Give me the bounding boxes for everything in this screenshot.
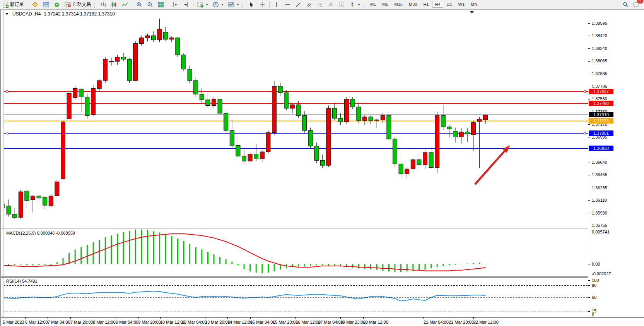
candlestick: [109, 61, 113, 62]
macd-histogram-bar: [183, 241, 184, 264]
channel-icon: E: [306, 2, 312, 8]
zoom-out-button[interactable]: [145, 0, 155, 9]
candlestick: [145, 36, 150, 38]
text-label-button[interactable]: T: [337, 0, 347, 9]
time-axis-label: 16 Mar 12:00: [296, 320, 321, 324]
macd-histogram-bar: [437, 264, 438, 267]
line-chart-button[interactable]: [120, 0, 130, 9]
crosshair-button[interactable]: [257, 0, 267, 9]
timeframe-button-m30[interactable]: M30: [406, 1, 420, 8]
timeframe-button-w1[interactable]: W1: [456, 1, 468, 8]
candlestick: [435, 115, 439, 167]
macd-histogram-bar: [141, 230, 142, 264]
timeframe-button-h4[interactable]: H4: [432, 1, 443, 8]
timeframe-button-m15[interactable]: M15: [392, 1, 405, 8]
price-axis-label: 1.36110: [592, 198, 607, 202]
svg-text:F: F: [321, 5, 323, 8]
crosshair-icon: [259, 2, 265, 8]
notifications-button[interactable]: 1: [631, 0, 641, 9]
candlestick: [194, 81, 198, 94]
bar-chart-button[interactable]: [98, 0, 108, 9]
candlestick: [405, 169, 409, 174]
search-button[interactable]: [620, 0, 630, 9]
candlestick: [345, 99, 349, 122]
navigator-button[interactable]: [52, 0, 62, 9]
svg-text:E: E: [310, 5, 311, 8]
rsi-axis-tick: [588, 297, 590, 298]
timeframe-button-d1[interactable]: D1: [444, 1, 455, 8]
vertical-line-button[interactable]: [272, 0, 282, 9]
auto-trading-button[interactable]: 自动交易: [63, 0, 93, 9]
macd-histogram-bar: [322, 264, 323, 265]
macd-histogram-bar: [364, 264, 366, 269]
candlestick: [248, 154, 252, 161]
price-axis[interactable]: 1.385951.384201.382401.380651.378851.377…: [588, 10, 644, 317]
price-axis-tick: [588, 213, 590, 213]
price-axis-tick: [588, 87, 590, 87]
line-handle[interactable]: [6, 91, 8, 93]
toolbar-grip: [364, 2, 366, 8]
trendline-icon: [295, 2, 301, 8]
auto-scroll-button[interactable]: [181, 0, 191, 9]
candlestick-chart-button[interactable]: [109, 0, 119, 9]
templates-button[interactable]: [226, 0, 241, 9]
periods-button[interactable]: [211, 0, 225, 9]
panel-separator[interactable]: [1, 228, 644, 229]
trend-arrow-head[interactable]: [502, 145, 510, 153]
candlestick: [1, 204, 5, 208]
time-axis-tick: [273, 317, 273, 319]
chart-symbol-period: USDCAD-,H4: [12, 11, 41, 17]
panel-separator[interactable]: [1, 276, 644, 278]
cursor-button[interactable]: [246, 0, 256, 9]
candlestick: [272, 86, 277, 133]
indicators-button[interactable]: [195, 0, 210, 9]
macd-histogram-bar: [388, 264, 389, 271]
data-window-button[interactable]: [41, 0, 51, 9]
trend-arrow[interactable]: [475, 151, 505, 184]
line-handle[interactable]: [584, 120, 586, 122]
toolbar-grip: [243, 2, 245, 8]
chart-shift-button[interactable]: [170, 0, 180, 9]
channel-button[interactable]: E: [304, 0, 314, 9]
candlestick: [61, 122, 65, 179]
timeframe-button-h1[interactable]: H1: [420, 1, 431, 8]
price-axis-tick: [588, 137, 590, 137]
tile-windows-button[interactable]: [156, 0, 166, 9]
indicators-icon: [197, 2, 203, 8]
macd-axis-label: 0.00: [592, 262, 600, 266]
rsi-axis-label: 100: [592, 278, 599, 283]
line-handle[interactable]: [584, 132, 586, 134]
macd-axis-tick: [588, 264, 590, 264]
timeframe-button-m5[interactable]: M5: [379, 1, 391, 8]
macd-histogram-bar: [256, 264, 257, 273]
zoom-out-icon: [147, 2, 153, 8]
macd-histogram-bar: [382, 264, 383, 271]
rsi-axis-tick: [588, 315, 590, 315]
timeframe-button-m1[interactable]: M1: [367, 1, 379, 8]
horizontal-line-button[interactable]: [282, 0, 292, 9]
market-watch-button[interactable]: [30, 0, 40, 9]
timeframe-button-mn[interactable]: MN: [468, 1, 480, 8]
line-handle[interactable]: [584, 91, 586, 93]
macd-histogram-bar: [214, 254, 215, 264]
text-button[interactable]: A: [326, 0, 336, 9]
macd-histogram-bar: [304, 264, 305, 266]
trendline-button[interactable]: [293, 0, 303, 9]
arrows-button[interactable]: [347, 0, 362, 9]
macd-histogram-bar: [32, 264, 34, 265]
horizontal-line-icon: [284, 2, 290, 8]
macd-label: MACD(12,26,9) 0.000046 -0.000559: [6, 231, 75, 235]
macd-histogram-bar: [237, 264, 239, 265]
line-handle[interactable]: [6, 132, 8, 134]
fibonacci-button[interactable]: F: [315, 0, 325, 9]
time-axis[interactable]: 5 Mar 20236 Mar 12:007 Mar 04:007 Mar 20…: [1, 317, 644, 326]
candlestick: [127, 59, 132, 81]
time-axis-tick: [296, 317, 296, 319]
new-order-button[interactable]: 新订单: [0, 0, 26, 9]
line-handle[interactable]: [6, 120, 8, 122]
rsi-axis-label: 0: [592, 312, 594, 317]
line-chart-icon: [122, 2, 128, 8]
periods-icon: [213, 2, 219, 8]
zoom-in-button[interactable]: [134, 0, 144, 9]
chart-shift-marker[interactable]: [470, 11, 474, 14]
